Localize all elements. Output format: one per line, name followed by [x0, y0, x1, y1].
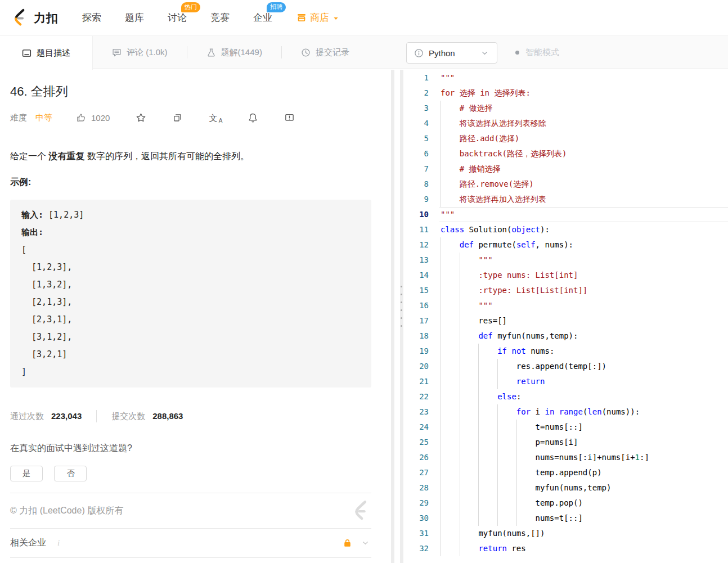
tab-1[interactable]: 评论 (1.0k): [93, 36, 187, 69]
code-line[interactable]: class Solution(object):: [441, 222, 728, 237]
code-line[interactable]: t=nums[::]: [441, 420, 728, 435]
code-line[interactable]: temp.append(p): [441, 465, 728, 480]
survey-buttons: 是 否: [10, 466, 371, 481]
code-editor[interactable]: 1"""2for 选择 in 选择列表:3 # 做选择4 将该选择从选择列表移除…: [405, 69, 728, 563]
line-number: 4: [405, 116, 441, 131]
tab-bar: 题目描述评论 (1.0k)题解(1449)提交记录 Python 智能模式: [0, 36, 728, 69]
code-line[interactable]: p=nums[i]: [441, 435, 728, 450]
nav-item-4[interactable]: 企业招聘: [253, 11, 272, 24]
notifications-button[interactable]: [248, 112, 258, 123]
code-line[interactable]: else:: [441, 389, 728, 404]
code-line[interactable]: # 做选择: [441, 101, 728, 116]
code-line[interactable]: def permute(self, nums):: [441, 237, 728, 253]
code-line[interactable]: nums=nums[:i]+nums[i+1:]: [441, 450, 728, 465]
indent-guide: [460, 283, 460, 298]
code-line[interactable]: return: [441, 374, 728, 389]
code-line[interactable]: """: [441, 253, 728, 268]
editor-line-18: 18 def myfun(nums,temp):: [405, 328, 728, 344]
code-line[interactable]: # 撤销选择: [441, 161, 728, 177]
code-line[interactable]: for 选择 in 选择列表:: [441, 85, 728, 101]
stats-row: 通过次数223,043提交次数288,863: [10, 410, 371, 422]
code-line[interactable]: """: [441, 70, 728, 85]
code-line[interactable]: myfun(nums,[]): [441, 526, 728, 541]
copyright-text: © 力扣 (LeetCode) 版权所有: [10, 505, 123, 517]
line-number: 21: [405, 374, 441, 389]
survey-no-button[interactable]: 否: [54, 466, 87, 481]
code-line[interactable]: 将该选择从选择列表移除: [441, 116, 728, 131]
editor-line-15: 15 :rtype: List[List[int]]: [405, 283, 728, 298]
indent-guide: [441, 253, 441, 268]
editor-line-31: 31 myfun(nums,[]): [405, 526, 728, 541]
indent-guide: [516, 496, 517, 511]
example-line: 输出:: [21, 224, 360, 241]
related-companies-controls: [343, 538, 371, 548]
line-number: 19: [405, 344, 441, 359]
tab-2[interactable]: 题解(1449): [187, 36, 281, 69]
nav-item-3[interactable]: 竞赛: [210, 11, 230, 24]
indent-guide: [441, 161, 441, 177]
indent-guide: [478, 389, 479, 404]
code-line[interactable]: temp.pop(): [441, 496, 728, 511]
indent-guide: [516, 435, 517, 450]
indent-guide: [441, 177, 441, 192]
leetcode-logo[interactable]: 力扣: [10, 7, 59, 28]
code-line[interactable]: if not nums:: [441, 344, 728, 359]
code-line[interactable]: myfun(nums,temp): [441, 480, 728, 496]
indent-guide: [516, 480, 517, 496]
nav-item-5[interactable]: 商店: [296, 11, 339, 24]
chevron-down-icon: [480, 48, 489, 58]
related-companies-row[interactable]: 相关企业 i: [10, 528, 371, 558]
share-button[interactable]: [172, 112, 183, 123]
favorite-button[interactable]: [136, 112, 146, 123]
code-line[interactable]: """: [441, 298, 728, 313]
code-line[interactable]: backtrack(路径，选择列表): [441, 146, 728, 161]
code-line[interactable]: :type nums: List[int]: [441, 268, 728, 283]
indent-guide: [441, 298, 441, 313]
indent-guide: [441, 465, 441, 480]
feedback-button[interactable]: [284, 112, 295, 123]
code-line[interactable]: """: [441, 207, 728, 222]
indent-guide: [441, 511, 441, 526]
code-line[interactable]: def myfun(nums,temp):: [441, 328, 728, 344]
indent-guide: [460, 328, 460, 344]
survey-question: 在真实的面试中遇到过这道题?: [10, 443, 371, 454]
code-line[interactable]: res=[]: [441, 313, 728, 328]
code-line[interactable]: 路径.remove(选择): [441, 177, 728, 192]
indent-guide: [497, 496, 498, 511]
language-select[interactable]: Python: [406, 42, 497, 64]
line-number: 10: [405, 207, 441, 222]
nav-item-2[interactable]: 讨论热门: [168, 11, 187, 24]
nav-items: 探索题库讨论热门竞赛企业招聘商店: [82, 11, 339, 24]
editor-line-9: 9 将该选择再加入选择列表: [405, 192, 728, 207]
line-number: 5: [405, 131, 441, 146]
code-line[interactable]: return res: [441, 541, 728, 556]
drag-handle-icon[interactable]: [401, 286, 402, 327]
code-line[interactable]: res.append(temp[:]): [441, 359, 728, 374]
chevron-down-icon[interactable]: [361, 538, 370, 548]
indent-guide: [460, 268, 460, 283]
indent-guide: [441, 526, 441, 541]
survey-yes-button[interactable]: 是: [10, 466, 43, 481]
tab-0[interactable]: 题目描述: [0, 36, 93, 70]
editor-line-12: 12 def permute(self, nums):: [405, 237, 728, 253]
indent-guide: [441, 404, 441, 420]
smart-mode[interactable]: 智能模式: [515, 36, 559, 69]
code-line[interactable]: 路径.add(选择): [441, 131, 728, 146]
editor-line-16: 16 """: [405, 298, 728, 313]
example-line: [3,2,1]: [21, 346, 360, 363]
tab-3[interactable]: 提交记录: [282, 36, 369, 69]
code-line[interactable]: 将该选择再加入选择列表: [441, 192, 728, 207]
editor-line-7: 7 # 撤销选择: [405, 161, 728, 177]
translate-button[interactable]: 文A: [209, 114, 222, 122]
editor-line-5: 5 路径.add(选择): [405, 131, 728, 146]
code-line[interactable]: nums=t[::]: [441, 511, 728, 526]
nav-item-1[interactable]: 题库: [125, 11, 144, 24]
nav-item-0[interactable]: 探索: [82, 11, 101, 24]
code-line[interactable]: for i in range(len(nums)):: [441, 404, 728, 420]
code-line[interactable]: :rtype: List[List[int]]: [441, 283, 728, 298]
panel-resize-divider[interactable]: [391, 70, 405, 563]
smart-mode-label: 智能模式: [525, 47, 559, 58]
line-number: 24: [405, 420, 441, 435]
like-button[interactable]: 1020: [76, 112, 110, 123]
indent-guide: [478, 480, 479, 496]
